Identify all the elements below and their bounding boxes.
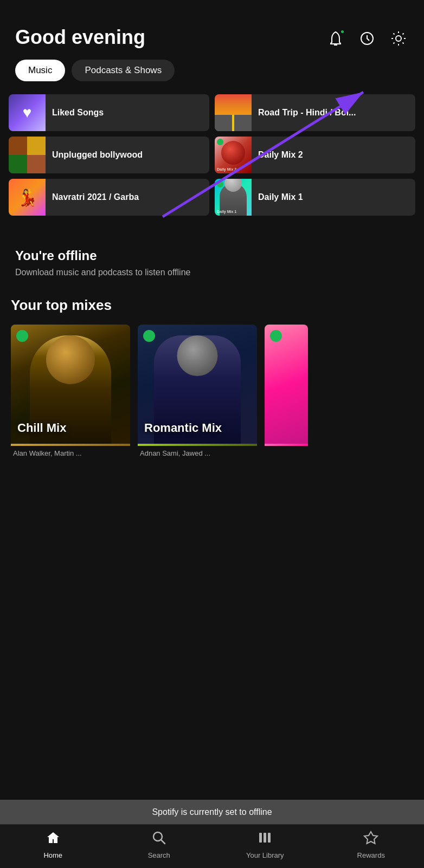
home-icon: [46, 830, 61, 849]
nav-rewards-label: Rewards: [357, 851, 385, 859]
podcasts-filter-pill[interactable]: Podcasts & Shows: [72, 60, 175, 81]
svg-marker-13: [364, 832, 377, 844]
header: Good evening: [0, 0, 424, 60]
svg-point-6: [18, 332, 26, 340]
navratri-item[interactable]: 💃 Navratri 2021 / Garba: [9, 179, 209, 216]
navratri-thumbnail: 💃: [9, 179, 46, 216]
liked-songs-label: Liked Songs: [46, 107, 110, 119]
greeting-title: Good evening: [15, 26, 145, 49]
daily-mix-1-label: Daily Mix 1: [252, 192, 310, 203]
svg-point-7: [145, 332, 153, 340]
romantic-mix-image: Romantic Mix: [138, 325, 257, 444]
top-mixes-section: Your top mixes Chill Mix Alan Walker: [0, 297, 424, 457]
third-progress-bar: [265, 444, 308, 446]
unplugged-label: Unplugged bollywood: [46, 150, 149, 161]
liked-songs-thumbnail: ♥: [9, 94, 46, 131]
quick-access-grid: ♥ Liked Songs Road Trip - Hindi / Bol...…: [0, 94, 424, 216]
notification-icon-button[interactable]: [325, 28, 346, 49]
offline-section: You're offline Download music and podcas…: [0, 235, 424, 297]
rewards-icon: [363, 830, 378, 849]
svg-rect-12: [268, 833, 271, 843]
unplugged-thumbnail: [9, 137, 46, 173]
nav-search[interactable]: Search: [106, 830, 213, 859]
navratri-icon: 💃: [17, 188, 37, 207]
settings-icon-button[interactable]: [388, 28, 409, 49]
navratri-label: Navratri 2021 / Garba: [46, 192, 145, 203]
music-filter-pill[interactable]: Music: [15, 60, 65, 81]
nav-rewards[interactable]: Rewards: [318, 830, 425, 859]
daily-mix-1-thumbnail: Daily Mix 1: [215, 179, 252, 216]
romantic-mix-card[interactable]: Romantic Mix Adnan Sami, Jawed ...: [138, 325, 257, 457]
heart-icon: ♥: [23, 104, 32, 121]
history-icon-button[interactable]: [357, 28, 377, 49]
road-trip-item[interactable]: Road Trip - Hindi / Bol...: [215, 94, 415, 131]
nav-home-label: Home: [43, 851, 62, 859]
nav-search-label: Search: [148, 851, 170, 859]
third-mix-image: [265, 325, 308, 444]
search-icon: [151, 830, 166, 849]
liked-songs-item[interactable]: ♥ Liked Songs: [9, 94, 209, 131]
daily-mix-2-label: Daily Mix 2: [252, 150, 310, 161]
daily-mix-1-item[interactable]: Daily Mix 1 Daily Mix 1: [215, 179, 415, 216]
bottom-nav: Home Search Your Library Rewards: [0, 824, 424, 868]
unplugged-bollywood-item[interactable]: Unplugged bollywood: [9, 137, 209, 173]
svg-rect-10: [259, 833, 262, 843]
nav-library-label: Your Library: [246, 851, 284, 859]
romantic-spotify-dot: [143, 330, 155, 342]
top-mixes-title: Your top mixes: [0, 297, 424, 325]
svg-point-2: [396, 36, 401, 41]
road-trip-thumbnail: [215, 94, 252, 131]
mixes-row: Chill Mix Alan Walker, Martin ...: [0, 325, 424, 457]
chill-spotify-dot: [16, 330, 28, 342]
nav-library[interactable]: Your Library: [212, 830, 318, 859]
third-spotify-dot: [270, 330, 282, 342]
svg-point-5: [218, 140, 222, 144]
offline-title: You're offline: [15, 248, 409, 263]
daily-mix-2-item[interactable]: Daily Mix 2 Daily Mix 2: [215, 137, 415, 173]
chill-mix-label: Chill Mix: [17, 421, 66, 435]
notification-dot: [340, 29, 345, 34]
svg-rect-11: [264, 833, 266, 843]
chill-mix-image: Chill Mix: [11, 325, 130, 444]
chill-mix-subtitle: Alan Walker, Martin ...: [11, 446, 130, 457]
romantic-mix-label: Romantic Mix: [144, 421, 222, 435]
header-icons: [325, 28, 409, 49]
library-icon: [258, 830, 273, 849]
third-mix-card[interactable]: [265, 325, 308, 457]
offline-toast: Spotify is currently set to offline: [0, 800, 424, 825]
romantic-mix-subtitle: Adnan Sami, Jawed ...: [138, 446, 257, 457]
chill-mix-card[interactable]: Chill Mix Alan Walker, Martin ...: [11, 325, 130, 457]
offline-subtitle: Download music and podcasts to listen of…: [15, 268, 409, 277]
filter-pills: Music Podcasts & Shows: [0, 60, 424, 94]
daily-mix-2-thumbnail: Daily Mix 2: [215, 137, 252, 173]
nav-home[interactable]: Home: [0, 830, 106, 859]
spotify-logo-small: [217, 139, 223, 145]
svg-line-9: [161, 840, 165, 844]
spotify-logo-small-2: [217, 181, 223, 187]
road-trip-label: Road Trip - Hindi / Bol...: [252, 107, 362, 119]
offline-toast-message: Spotify is currently set to offline: [152, 807, 272, 817]
